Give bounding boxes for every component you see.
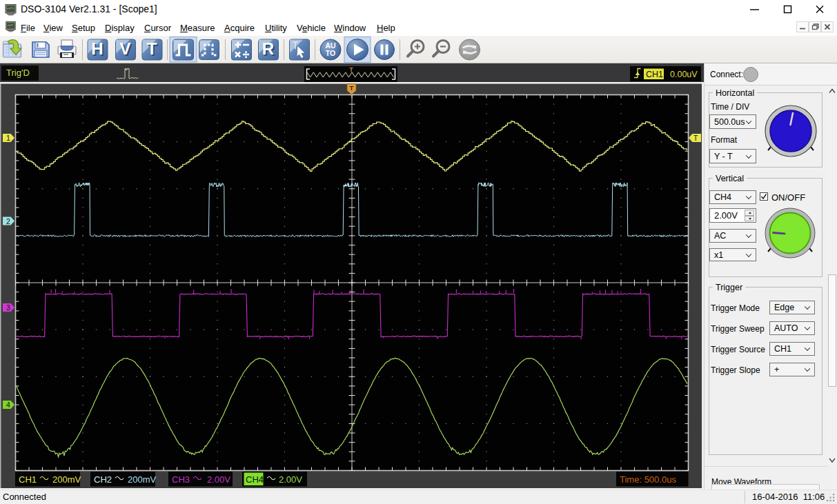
svg-text:TO: TO bbox=[326, 49, 335, 57]
svg-text:3: 3 bbox=[6, 303, 10, 312]
svg-text:T: T bbox=[693, 134, 698, 142]
svg-text:CH3: CH3 bbox=[172, 474, 190, 485]
svg-text:1: 1 bbox=[6, 134, 10, 142]
svg-text:0.00uV: 0.00uV bbox=[670, 70, 698, 79]
svg-text:2.00V: 2.00V bbox=[207, 474, 230, 485]
svg-text:2.00V: 2.00V bbox=[279, 474, 302, 485]
svg-text:200mV: 200mV bbox=[52, 474, 81, 485]
svg-text:T: T bbox=[350, 84, 354, 92]
svg-text:CH2: CH2 bbox=[94, 474, 112, 485]
svg-text:T: T bbox=[147, 39, 157, 58]
svg-text:CH1: CH1 bbox=[646, 70, 663, 79]
svg-text:V: V bbox=[119, 39, 130, 58]
svg-text:200mV: 200mV bbox=[128, 474, 157, 485]
svg-text:R: R bbox=[262, 39, 274, 58]
svg-text:4: 4 bbox=[6, 401, 10, 409]
svg-text:Time: 500.0us: Time: 500.0us bbox=[620, 474, 676, 485]
svg-text:H: H bbox=[91, 39, 103, 58]
svg-text:T: T bbox=[349, 66, 353, 73]
svg-text:CH1: CH1 bbox=[19, 474, 37, 485]
svg-text:2: 2 bbox=[6, 217, 10, 225]
svg-text:CH4: CH4 bbox=[246, 474, 264, 485]
